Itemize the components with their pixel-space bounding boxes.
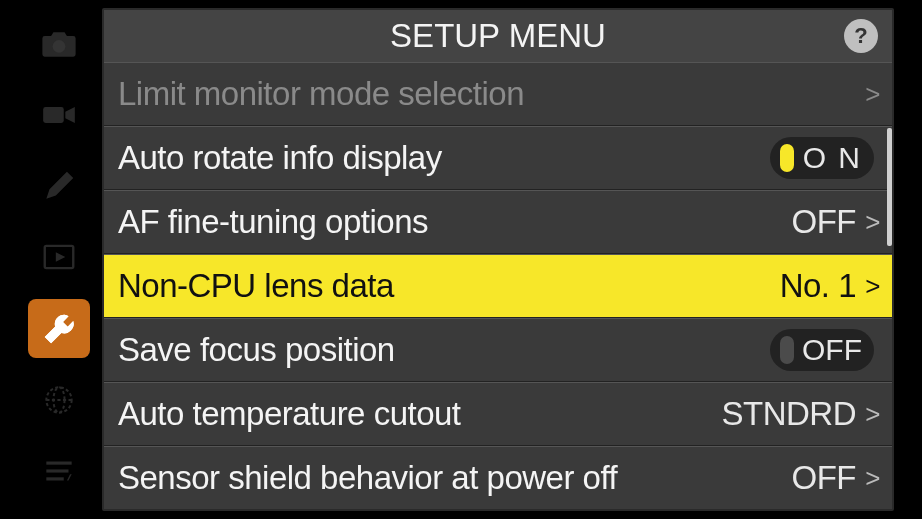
video-icon — [40, 96, 78, 134]
menu-row-limit-monitor-mode: Limit monitor mode selection > — [104, 62, 892, 126]
toggle-knob — [780, 336, 794, 364]
toggle-knob — [780, 144, 794, 172]
page-title: SETUP MENU — [390, 17, 606, 55]
menu-row-label: Non-CPU lens data — [118, 267, 780, 305]
chevron-right-icon: > — [856, 399, 880, 430]
toggle-off[interactable]: OFF — [770, 329, 874, 371]
sidebar-item-playback[interactable] — [28, 228, 90, 287]
toggle-label: O N — [803, 141, 864, 175]
menu-row-sensor-shield-behavior[interactable]: Sensor shield behavior at power off OFF … — [104, 446, 892, 509]
help-button[interactable]: ? — [844, 19, 878, 53]
frame-inner: SETUP MENU ? Limit monitor mode selectio… — [28, 8, 894, 511]
menu-row-save-focus-position[interactable]: Save focus position OFF — [104, 318, 892, 382]
sidebar-item-mymenu[interactable] — [28, 442, 90, 501]
menu-row-label: Sensor shield behavior at power off — [118, 459, 792, 497]
svg-rect-1 — [43, 107, 64, 123]
menu-row-label: Auto rotate info display — [118, 139, 770, 177]
chevron-right-icon: > — [856, 463, 880, 494]
sidebar-item-pencil[interactable] — [28, 157, 90, 216]
chevron-right-icon: > — [856, 271, 880, 302]
menu-row-value: STNDRD — [722, 395, 857, 433]
camera-icon — [40, 25, 78, 63]
globe-icon — [40, 381, 78, 419]
sidebar — [28, 8, 102, 511]
menu-row-value: OFF — [792, 203, 856, 241]
main-panel: SETUP MENU ? Limit monitor mode selectio… — [102, 8, 894, 511]
pencil-icon — [40, 167, 78, 205]
menu-row-auto-rotate-info[interactable]: Auto rotate info display O N — [104, 126, 892, 190]
scrollbar-thumb[interactable] — [887, 128, 892, 246]
toggle-on[interactable]: O N — [770, 137, 874, 179]
menu-row-label: Limit monitor mode selection — [118, 75, 856, 113]
svg-point-0 — [53, 40, 66, 53]
playback-icon — [40, 238, 78, 276]
menu-row-label: Save focus position — [118, 331, 770, 369]
camera-menu-screen: SETUP MENU ? Limit monitor mode selectio… — [0, 0, 922, 519]
menu-row-label: AF fine-tuning options — [118, 203, 792, 241]
mymenu-icon — [40, 452, 78, 490]
chevron-right-icon: > — [856, 207, 880, 238]
menu-row-label: Auto temperature cutout — [118, 395, 722, 433]
menu-row-auto-temperature-cutout[interactable]: Auto temperature cutout STNDRD > — [104, 382, 892, 446]
toggle-label: OFF — [802, 333, 864, 367]
menu-row-non-cpu-lens-data[interactable]: Non-CPU lens data No. 1 > — [104, 254, 892, 318]
menu-list: Limit monitor mode selection > Auto rota… — [104, 62, 892, 509]
sidebar-item-video[interactable] — [28, 85, 90, 144]
menu-row-af-fine-tuning[interactable]: AF fine-tuning options OFF > — [104, 190, 892, 254]
menu-row-value: No. 1 — [780, 267, 856, 305]
sidebar-item-network[interactable] — [28, 370, 90, 429]
wrench-icon — [40, 310, 78, 348]
chevron-right-icon: > — [856, 79, 880, 110]
menu-row-value: OFF — [792, 459, 856, 497]
sidebar-item-camera[interactable] — [28, 14, 90, 73]
sidebar-item-setup[interactable] — [28, 299, 90, 358]
panel-header: SETUP MENU ? — [104, 10, 892, 62]
